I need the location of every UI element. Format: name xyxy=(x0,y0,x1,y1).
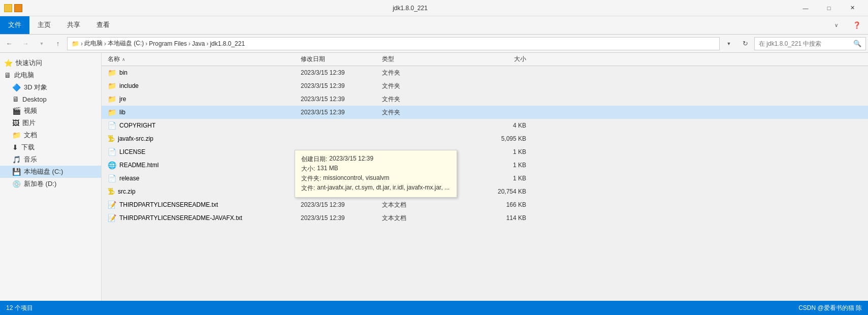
up-button[interactable]: ↑ xyxy=(51,37,65,51)
folder-icon: 📁 xyxy=(108,95,116,103)
col-header-type[interactable]: 类型 xyxy=(378,55,469,64)
file-icon: 📄 xyxy=(108,174,116,182)
status-watermark: CSDN @爱看书的猫 陈 xyxy=(798,304,862,312)
sidebar-item-label: 3D 对象 xyxy=(24,83,47,92)
sidebar-item-pictures[interactable]: 🖼 图片 xyxy=(0,117,101,129)
file-name-include: 📁 include xyxy=(104,82,297,90)
sort-arrow-icon: ∧ xyxy=(122,57,125,62)
sidebar-item-this-pc[interactable]: 🖥 此电脑 xyxy=(0,69,101,81)
edge-icon: 🌐 xyxy=(108,161,116,169)
forward-button[interactable]: → xyxy=(18,37,33,51)
sidebar-item-music[interactable]: 🎵 音乐 xyxy=(0,153,101,166)
ribbon-help-button[interactable]: ❓ xyxy=(850,17,864,34)
file-name-bin: 📁 bin xyxy=(104,69,297,77)
table-row[interactable]: 📝 THIRDPARTYLICENSEREADME-JAVAFX.txt 202… xyxy=(102,211,868,225)
ribbon-collapse-button[interactable]: ∨ xyxy=(824,17,848,34)
table-row[interactable]: 📄 LICENSE 1 KB xyxy=(102,145,868,159)
table-row[interactable]: 📁 bin 2023/3/15 12:39 文件夹 xyxy=(102,66,868,79)
3d-icon: 🔷 xyxy=(12,83,21,91)
music-icon: 🎵 xyxy=(12,155,21,164)
sidebar-item-quick-access[interactable]: ⭐ 快速访问 xyxy=(0,57,101,69)
pictures-icon: 🖼 xyxy=(12,119,19,127)
search-box[interactable]: 🔍 xyxy=(754,37,866,50)
folder-icon: 📁 xyxy=(108,82,116,90)
table-row[interactable]: 🗜 javafx-src.zip 5,095 KB xyxy=(102,132,868,145)
file-list-wrapper[interactable]: 📁 bin 2023/3/15 12:39 文件夹 📁 include 2023… xyxy=(102,66,868,301)
txt-icon: 📝 xyxy=(108,214,116,222)
file-name-release: 📄 release xyxy=(104,174,297,182)
star-icon: ⭐ xyxy=(4,59,13,67)
addressbar: ← → ▼ ↑ 📁 › 此电脑 › 本地磁盘 (C:) › Program Fi… xyxy=(0,35,868,53)
sidebar-item-local-c[interactable]: 💾 本地磁盘 (C:) xyxy=(0,166,101,178)
table-row[interactable]: 🗜 src.zip 2019/7/4 5:23 压缩(zipped)文件夹 20… xyxy=(102,185,868,198)
address-path[interactable]: 📁 › 此电脑 › 本地磁盘 (C:) › Program Files › Ja… xyxy=(67,37,720,50)
sidebar-item-label: 视频 xyxy=(24,106,37,115)
file-name-src-zip: 🗜 src.zip xyxy=(104,187,297,196)
table-row[interactable]: 📝 THIRDPARTYLICENSEREADME.txt 2023/3/15 … xyxy=(102,198,868,211)
sidebar-item-downloads[interactable]: ⬇ 下载 xyxy=(0,141,101,153)
tooltip-label-size: 大小: xyxy=(301,165,315,173)
file-name-jre: 📁 jre xyxy=(104,95,297,103)
tooltip-label-files: 文件: xyxy=(301,184,315,193)
table-row[interactable]: 📁 include 2023/3/15 12:39 文件夹 xyxy=(102,79,868,92)
sidebar-item-label: 图片 xyxy=(22,118,36,128)
tab-file[interactable]: 文件 xyxy=(0,16,29,34)
folder-icon: 📁 xyxy=(108,108,116,116)
address-path-text: 📁 › 此电脑 › 本地磁盘 (C:) › Program Files › Ja… xyxy=(72,39,245,48)
col-header-size[interactable]: 大小 xyxy=(469,55,530,64)
close-button[interactable]: ✕ xyxy=(841,0,864,16)
table-row[interactable]: 📄 COPYRIGHT 4 KB xyxy=(102,119,868,132)
path-dropdown-button[interactable]: ▼ xyxy=(722,37,736,51)
sidebar-item-3d[interactable]: 🔷 3D 对象 xyxy=(0,81,101,93)
sidebar-item-label: 音乐 xyxy=(24,155,37,164)
sidebar-item-documents[interactable]: 📁 文档 xyxy=(0,129,101,141)
tooltip-row-folders: 文件夹: missioncontrol, visualvm xyxy=(301,174,451,183)
content-area: 名称 ∧ 修改日期 类型 大小 📁 bin xyxy=(102,53,868,301)
back-button[interactable]: ← xyxy=(2,37,16,51)
file-icon: 📄 xyxy=(108,148,116,156)
sidebar-item-desktop[interactable]: 🖥 Desktop xyxy=(0,93,101,105)
content-wrapper: 📁 bin 2023/3/15 12:39 文件夹 📁 include 2023… xyxy=(102,66,868,301)
tooltip-label-folders: 文件夹: xyxy=(301,174,321,183)
tooltip-value-folders: missioncontrol, visualvm xyxy=(323,174,389,183)
tab-view[interactable]: 查看 xyxy=(88,16,118,34)
titlebar-icons xyxy=(4,4,22,12)
titlebar: jdk1.8.0_221 — □ ✕ xyxy=(0,0,868,16)
sidebar-item-label: 快速访问 xyxy=(16,58,42,68)
refresh-button[interactable]: ↻ xyxy=(738,37,752,51)
sidebar-item-new-d[interactable]: 💿 新加卷 (D:) xyxy=(0,178,101,190)
sidebar: ⭐ 快速访问 🖥 此电脑 🔷 3D 对象 🖥 Desktop 🎬 视频 🖼 图片… xyxy=(0,53,102,301)
col-header-name[interactable]: 名称 ∧ xyxy=(104,55,297,64)
zip-icon: 🗜 xyxy=(108,187,115,196)
table-row[interactable]: 📁 lib 2023/3/15 12:39 文件夹 xyxy=(102,106,868,119)
txt-icon: 📝 xyxy=(108,201,116,209)
tab-home[interactable]: 主页 xyxy=(29,16,59,34)
col-header-date[interactable]: 修改日期 xyxy=(297,55,378,64)
tooltip: 创建日期: 2023/3/15 12:39 大小: 131 MB 文件夹: mi… xyxy=(295,150,457,198)
file-name-javafx-zip: 🗜 javafx-src.zip xyxy=(104,135,297,143)
sidebar-item-label: Desktop xyxy=(22,96,47,103)
search-input[interactable] xyxy=(759,40,851,47)
back-dropdown-button[interactable]: ▼ xyxy=(35,37,49,51)
table-row[interactable]: 📁 jre 2023/3/15 12:39 文件夹 xyxy=(102,92,868,106)
tooltip-row-files: 文件: ant-javafx.jar, ct.sym, dt.jar, ir.i… xyxy=(301,183,451,193)
ribbon: 文件 主页 共享 查看 ∨ ❓ xyxy=(0,16,868,35)
tooltip-value-files: ant-javafx.jar, ct.sym, dt.jar, ir.idl, … xyxy=(317,184,449,193)
file-name-license: 📄 LICENSE xyxy=(104,148,297,156)
tab-share[interactable]: 共享 xyxy=(59,16,88,34)
minimize-button[interactable]: — xyxy=(794,0,817,16)
file-list-header: 名称 ∧ 修改日期 类型 大小 xyxy=(102,53,868,66)
titlebar-title: jdk1.8.0_221 xyxy=(22,5,794,12)
tooltip-value-size: 131 MB xyxy=(317,165,338,173)
folder-icon: 📁 xyxy=(108,69,116,77)
file-name-thirdparty-javafx: 📝 THIRDPARTYLICENSEREADME-JAVAFX.txt xyxy=(104,214,297,222)
drive-c-icon: 💾 xyxy=(12,168,21,176)
table-row[interactable]: 🌐 README.html 2023/3/15 12:39 Microsoft … xyxy=(102,159,868,172)
documents-icon: 📁 xyxy=(12,131,21,139)
file-name-lib: 📁 lib xyxy=(104,108,297,116)
table-row[interactable]: 📄 release 2023/3/15 12:39 文件 1 KB xyxy=(102,172,868,185)
sidebar-item-video[interactable]: 🎬 视频 xyxy=(0,105,101,117)
file-name-copyright: 📄 COPYRIGHT xyxy=(104,121,297,130)
maximize-button[interactable]: □ xyxy=(817,0,841,16)
tooltip-value-created: 2023/3/15 12:39 xyxy=(329,155,373,164)
